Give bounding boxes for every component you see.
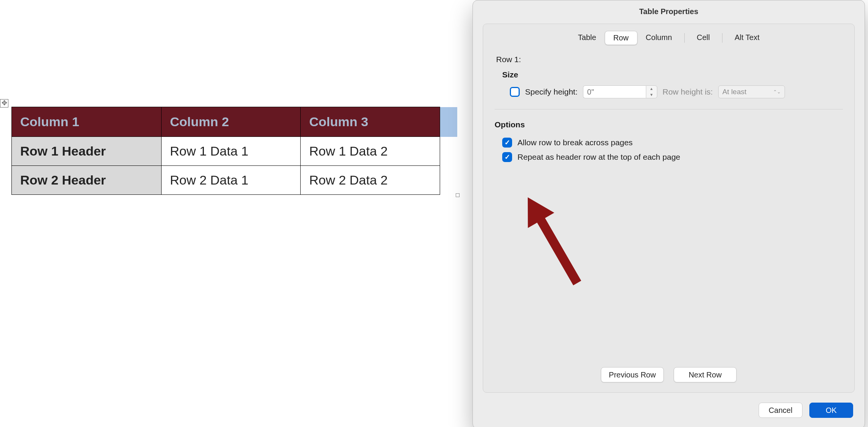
- stepper-arrows-icon[interactable]: ▲▼: [646, 85, 657, 98]
- section-divider: [495, 109, 843, 109]
- tab-separator: [684, 33, 685, 43]
- cancel-button[interactable]: Cancel: [759, 403, 802, 418]
- table-cell[interactable]: Row 1 Data 1: [161, 137, 301, 166]
- options-heading: Options: [495, 120, 843, 129]
- tab-column[interactable]: Column: [637, 31, 681, 45]
- document-table[interactable]: Column 1 Column 2 Column 3 Row 1 Header …: [11, 107, 457, 195]
- table-row[interactable]: Row 2 Header Row 2 Data 1 Row 2 Data 2: [12, 166, 457, 195]
- row-height-is-select[interactable]: At least ⌃⌄: [718, 85, 785, 98]
- col-header-3[interactable]: Column 3: [301, 107, 440, 137]
- table-cell[interactable]: Row 2 Data 2: [301, 166, 440, 195]
- dialog-title: Table Properties: [473, 0, 865, 24]
- height-stepper[interactable]: ▲▼: [583, 85, 657, 98]
- repeat-header-checkbox[interactable]: [502, 152, 512, 162]
- tab-cell[interactable]: Cell: [689, 31, 718, 45]
- specify-height-checkbox[interactable]: [510, 87, 520, 97]
- table-cell[interactable]: Row 1 Data 2: [301, 137, 440, 166]
- row-height-is-label: Row height is:: [663, 87, 713, 96]
- allow-break-label: Allow row to break across pages: [517, 138, 633, 147]
- table-move-handle-icon[interactable]: ✥: [0, 99, 8, 108]
- table-row[interactable]: Row 1 Header Row 1 Data 1 Row 1 Data 2: [12, 137, 457, 166]
- tab-table[interactable]: Table: [570, 31, 605, 45]
- allow-break-checkbox[interactable]: [502, 138, 512, 148]
- previous-row-button[interactable]: Previous Row: [601, 367, 664, 382]
- col-header-2[interactable]: Column 2: [161, 107, 301, 137]
- row-indicator-label: Row 1:: [496, 55, 843, 64]
- table-cell[interactable]: Row 2 Data 1: [161, 166, 301, 195]
- repeat-header-label: Repeat as header row at the top of each …: [517, 152, 680, 162]
- ok-button[interactable]: OK: [809, 403, 853, 418]
- tab-alt-text[interactable]: Alt Text: [726, 31, 768, 45]
- row-header-cell[interactable]: Row 2 Header: [12, 166, 162, 195]
- table-resize-handle-icon[interactable]: [456, 193, 460, 197]
- next-row-button[interactable]: Next Row: [674, 367, 737, 382]
- size-heading: Size: [495, 70, 843, 79]
- tab-separator: [722, 33, 722, 43]
- col-header-1[interactable]: Column 1: [12, 107, 162, 137]
- chevron-up-down-icon: ⌃⌄: [773, 89, 781, 95]
- row-header-cell[interactable]: Row 1 Header: [12, 137, 162, 166]
- row-height-is-value: At least: [722, 88, 746, 96]
- specify-height-label: Specify height:: [525, 87, 578, 96]
- tab-row[interactable]: Row: [605, 31, 637, 45]
- dialog-tabbar: Table Row Column Cell Alt Text: [495, 31, 843, 53]
- table-header-row[interactable]: Column 1 Column 2 Column 3: [12, 107, 457, 137]
- header-row-selection-indicator: [440, 107, 457, 137]
- document-table-area: ✥ Column 1 Column 2 Column 3 Row 1 Heade…: [11, 107, 457, 195]
- height-input[interactable]: [583, 85, 646, 98]
